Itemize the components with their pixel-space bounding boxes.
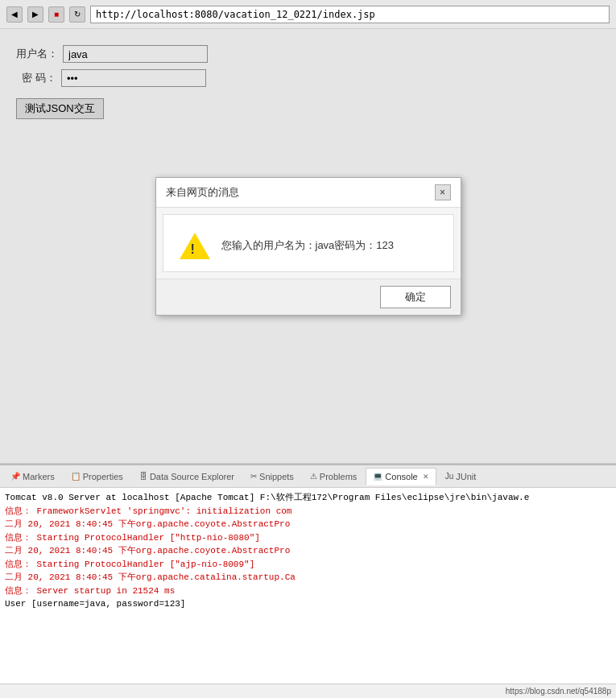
console-line-4: 二月 20, 2021 8:40:45 下午org.apache.coyote.… (5, 544, 611, 558)
status-bar: https://blog.csdn.net/q54188p (0, 684, 616, 698)
tab-properties[interactable]: 📋 Properties (64, 468, 130, 485)
tab-datasource-label: Data Source Explorer (150, 472, 234, 481)
console-line-2: 二月 20, 2021 8:40:45 下午org.apache.coyote.… (5, 518, 611, 531)
bottom-panel: 📌 Markers 📋 Properties 🗄 Data Source Exp… (0, 464, 616, 698)
console-line-6: 二月 20, 2021 8:40:45 下午org.apache.catalin… (5, 571, 611, 584)
console-line-5: 信息： Starting ProtocolHandler ["ajp-nio-8… (5, 558, 611, 572)
console-line-7: 信息： Server startup in 21524 ms (5, 584, 611, 598)
tab-junit-label: JUnit (456, 472, 476, 481)
tab-markers[interactable]: 📌 Markers (3, 468, 62, 485)
console-line-3: 信息： Starting ProtocolHandler ["http-nio-… (5, 531, 611, 545)
tab-junit[interactable]: Ju JUnit (438, 468, 484, 485)
tab-console-label: Console (385, 472, 417, 481)
dialog-close-button[interactable]: × (435, 184, 451, 200)
refresh-button[interactable]: ↻ (69, 6, 85, 23)
dialog-ok-button[interactable]: 确定 (380, 286, 451, 308)
status-url: https://blog.csdn.net/q54188p (506, 687, 611, 696)
dialog-title-bar: 来自网页的消息 × (156, 178, 461, 208)
tab-markers-label: Markers (23, 472, 55, 481)
stop-button[interactable]: ■ (48, 6, 64, 23)
warning-icon (180, 231, 210, 262)
console-output: Tomcat v8.0 Server at localhost [Apache … (0, 488, 616, 684)
dialog-overlay: 来自网页的消息 × 您输入的用户名为：java密码为：123 确定 (0, 29, 616, 463)
tab-console[interactable]: 💻 Console ✕ (366, 468, 436, 485)
dialog-body: 您输入的用户名为：java密码为：123 (163, 214, 454, 272)
tab-properties-label: Properties (83, 472, 123, 481)
tab-problems[interactable]: ⚠ Problems (303, 468, 364, 485)
alert-dialog: 来自网页的消息 × 您输入的用户名为：java密码为：123 确定 (155, 177, 461, 316)
tab-snippets-label: Snippets (259, 472, 294, 481)
console-line-8: User [username=java, password=123] (5, 597, 611, 611)
tab-snippets[interactable]: ✂ Snippets (243, 468, 301, 485)
problems-icon: ⚠ (310, 472, 317, 481)
dialog-title: 来自网页的消息 (166, 185, 239, 200)
datasource-icon: 🗄 (139, 472, 147, 481)
warning-triangle-icon (180, 233, 210, 259)
back-button[interactable]: ◀ (6, 6, 23, 23)
browser-content: 用户名： 密 码： 测试JSON交互 来自网页的消息 × 您输入的用户名为：ja… (0, 29, 616, 464)
dialog-message: 您输入的用户名为：java密码为：123 (221, 231, 395, 254)
console-line-1: 信息： FrameworkServlet 'springmvc': initia… (5, 505, 611, 518)
browser-toolbar: ◀ ▶ ■ ↻ (0, 0, 616, 29)
junit-icon: Ju (445, 472, 454, 481)
forward-button[interactable]: ▶ (27, 6, 43, 23)
console-line-0: Tomcat v8.0 Server at localhost [Apache … (5, 491, 611, 505)
properties-icon: 📋 (71, 472, 81, 481)
markers-icon: 📌 (10, 472, 20, 481)
tab-datasource[interactable]: 🗄 Data Source Explorer (132, 468, 242, 485)
tab-bar: 📌 Markers 📋 Properties 🗄 Data Source Exp… (0, 465, 616, 488)
snippets-icon: ✂ (250, 472, 257, 481)
address-bar[interactable] (90, 6, 610, 23)
tab-problems-label: Problems (320, 472, 357, 481)
console-icon: 💻 (373, 472, 382, 481)
dialog-footer: 确定 (156, 279, 461, 315)
tab-console-close-icon[interactable]: ✕ (423, 473, 429, 481)
